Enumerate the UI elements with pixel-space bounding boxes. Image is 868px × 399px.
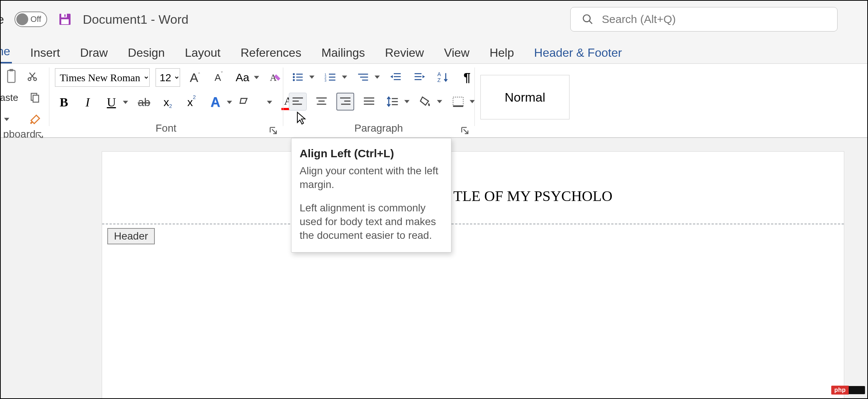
header-boundary (102, 224, 844, 224)
tooltip-title: Align Left (Ctrl+L) (300, 147, 441, 160)
align-left-button[interactable] (289, 93, 307, 111)
svg-text:3: 3 (324, 79, 326, 82)
tab-header-footer[interactable]: Header & Footer (533, 44, 624, 63)
font-size-select[interactable]: 12 (156, 68, 180, 87)
title-bar: e Off Document1 - Word Search (Alt+Q) (1, 1, 867, 38)
ribbon-tabs: ne Insert Draw Design Layout References … (1, 40, 867, 64)
multilevel-button[interactable] (354, 68, 372, 86)
group-paragraph: 123 AZ ¶ Paragraph (283, 64, 474, 137)
strike-button[interactable]: ab (135, 93, 153, 111)
paste-icon[interactable] (7, 68, 18, 85)
line-spacing-dropdown[interactable] (403, 93, 411, 111)
svg-text:A: A (437, 71, 441, 77)
shading-dropdown[interactable] (436, 93, 443, 111)
save-icon[interactable] (58, 12, 72, 27)
svg-line-10 (30, 73, 35, 78)
svg-rect-13 (33, 95, 39, 102)
multilevel-dropdown[interactable] (373, 68, 381, 86)
paragraph-launcher[interactable] (461, 127, 469, 134)
highlight-swatch (251, 102, 264, 104)
svg-rect-6 (8, 70, 15, 83)
tab-help[interactable]: Help (488, 44, 516, 63)
bullets-dropdown[interactable] (308, 68, 316, 86)
underline-button[interactable]: U (102, 93, 120, 111)
align-right-button[interactable] (336, 93, 354, 111)
autosave-toggle[interactable]: Off (14, 11, 47, 27)
italic-button[interactable]: I (79, 93, 97, 111)
tab-insert[interactable]: Insert (29, 44, 62, 63)
svg-point-19 (293, 79, 295, 81)
tooltip-desc1: Align your content with the left margin. (300, 164, 441, 192)
underline-dropdown[interactable] (122, 93, 129, 111)
shading-button[interactable] (417, 93, 434, 111)
highlight-dropdown[interactable] (266, 93, 273, 111)
tab-review[interactable]: Review (384, 44, 425, 63)
watermark-bar (849, 386, 865, 394)
increase-indent-button[interactable] (411, 68, 428, 86)
tab-home[interactable]: ne (0, 42, 12, 63)
paste-dropdown[interactable] (3, 111, 10, 128)
change-case-dropdown[interactable] (253, 69, 260, 86)
tab-mailings[interactable]: Mailings (320, 44, 366, 63)
document-heading[interactable]: TLE OF MY PSYCHOLO (453, 187, 613, 205)
tab-draw[interactable]: Draw (79, 44, 110, 63)
group-paragraph-label: Paragraph (355, 122, 403, 134)
group-styles: Normal (474, 64, 867, 137)
line-spacing-button[interactable] (384, 93, 402, 111)
highlight-button[interactable] (239, 93, 264, 111)
paste-label-partial: aste (0, 92, 18, 103)
svg-rect-3 (64, 14, 65, 17)
subscript-button[interactable]: x2 (159, 93, 177, 111)
bullets-button[interactable] (289, 68, 307, 86)
group-font-label: Font (156, 122, 176, 134)
font-launcher[interactable] (270, 127, 277, 134)
tab-design[interactable]: Design (126, 44, 166, 63)
shrink-font-button[interactable]: Aˇ (210, 69, 228, 86)
tooltip-align-left: Align Left (Ctrl+L) Align your content w… (291, 138, 451, 253)
header-tag[interactable]: Header (107, 228, 155, 244)
tab-layout[interactable]: Layout (183, 44, 222, 63)
svg-rect-2 (61, 19, 69, 24)
copy-icon[interactable] (29, 91, 40, 104)
font-name-select[interactable]: Times New Roman (55, 68, 150, 87)
sort-button[interactable]: AZ (434, 68, 452, 86)
tab-references[interactable]: References (239, 44, 303, 63)
justify-button[interactable] (360, 93, 378, 111)
svg-line-11 (30, 73, 35, 78)
text-effects-dropdown[interactable] (226, 93, 233, 111)
show-marks-button[interactable]: ¶ (458, 68, 476, 86)
format-painter-icon[interactable] (29, 113, 42, 126)
decrease-indent-button[interactable] (387, 68, 405, 86)
style-normal[interactable]: Normal (480, 75, 570, 119)
document-title: Document1 - Word (83, 12, 189, 27)
numbering-dropdown[interactable] (341, 68, 348, 86)
change-case-button[interactable]: Aa (234, 69, 251, 86)
svg-text:Z: Z (437, 77, 441, 83)
text-effects-button[interactable]: A (206, 93, 224, 111)
watermark-badge: php (831, 386, 865, 395)
grow-font-button[interactable]: Aˆ (186, 69, 204, 86)
borders-button[interactable] (449, 93, 467, 111)
ribbon: aste pboard Times New Roman 12 Aˆ (1, 64, 867, 138)
watermark-text: php (831, 386, 849, 395)
svg-point-4 (583, 15, 590, 22)
align-center-button[interactable] (313, 93, 330, 111)
search-icon (582, 13, 594, 25)
page[interactable]: TLE OF MY PSYCHOLO Header (102, 151, 844, 399)
autosave-state: Off (30, 14, 41, 24)
svg-rect-7 (10, 69, 13, 71)
tab-view[interactable]: View (443, 44, 471, 63)
svg-line-5 (589, 21, 592, 24)
numbering-button[interactable]: 123 (322, 68, 339, 86)
group-clipboard: aste pboard (1, 64, 49, 137)
svg-point-17 (293, 76, 295, 78)
tooltip-desc2: Left alignment is commonly used for body… (300, 201, 441, 243)
svg-rect-53 (453, 97, 463, 106)
bold-button[interactable]: B (55, 93, 73, 111)
cut-icon[interactable] (27, 70, 38, 83)
search-placeholder: Search (Alt+Q) (602, 13, 676, 26)
clear-formatting-button[interactable]: A (266, 69, 284, 86)
toggle-knob (16, 13, 28, 25)
superscript-button[interactable]: x2 (183, 93, 200, 111)
search-input[interactable]: Search (Alt+Q) (570, 7, 838, 32)
